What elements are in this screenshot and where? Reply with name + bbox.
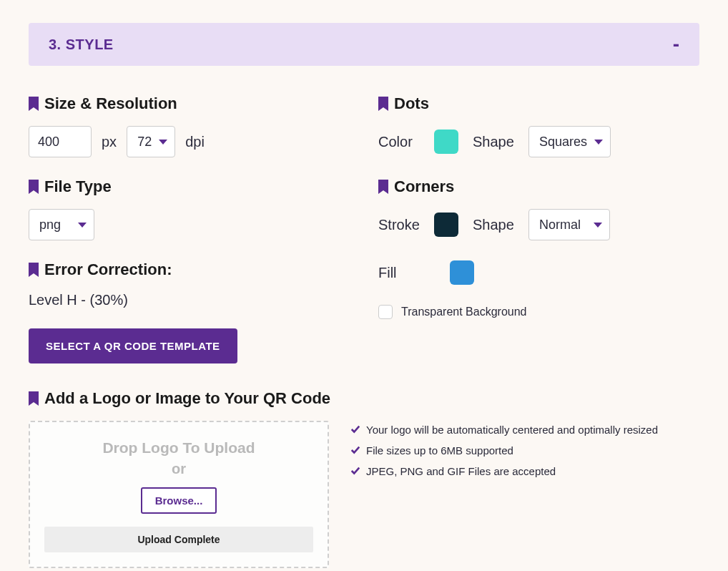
dots-shape-select[interactable]: Squares	[528, 126, 611, 157]
chevron-down-icon	[78, 223, 87, 228]
bookmark-icon	[29, 263, 39, 277]
upload-progress: Upload Complete	[44, 527, 313, 552]
px-label: px	[102, 134, 117, 150]
corners-stroke-label: Stroke	[378, 217, 424, 233]
bookmark-icon	[29, 391, 39, 406]
add-logo-heading: Add a Logo or Image to Your QR Code	[29, 389, 699, 408]
check-icon	[350, 445, 360, 455]
dots-shape-value: Squares	[539, 135, 587, 150]
add-logo-label: Add a Logo or Image to Your QR Code	[44, 389, 330, 408]
dots-color-picker[interactable]	[434, 130, 458, 154]
corners-shape-value: Normal	[539, 218, 581, 233]
logo-dropzone[interactable]: Drop Logo To Upload or Browse... Upload …	[29, 421, 329, 568]
corners-shape-label: Shape	[473, 217, 518, 233]
chevron-down-icon	[594, 140, 603, 145]
error-correction-heading: Error Correction:	[29, 260, 350, 279]
style-accordion-header[interactable]: 3. STYLE -	[29, 23, 699, 66]
dropzone-text: Drop Logo To Upload	[44, 439, 313, 457]
file-type-value: png	[39, 218, 61, 233]
list-item: Your logo will be automatically centered…	[350, 422, 699, 437]
dpi-value: 72	[137, 135, 152, 150]
error-correction-value: Level H - (30%)	[29, 292, 350, 308]
bookmark-icon	[29, 180, 39, 194]
tip-text: File sizes up to 6MB supported	[366, 443, 513, 458]
dropzone-or-text: or	[44, 461, 313, 477]
list-item: File sizes up to 6MB supported	[350, 443, 699, 458]
size-input[interactable]	[29, 126, 92, 157]
dpi-label: dpi	[185, 134, 205, 150]
logo-tips-list: Your logo will be automatically centered…	[350, 421, 699, 568]
size-resolution-heading: Size & Resolution	[29, 94, 350, 113]
select-template-button[interactable]: SELECT A QR CODE TEMPLATE	[29, 328, 237, 363]
chevron-down-icon	[594, 223, 602, 228]
check-icon	[350, 424, 360, 434]
list-item: JPEG, PNG and GIF Files are accepted	[350, 464, 699, 479]
corners-heading: Corners	[378, 177, 699, 196]
transparent-bg-label: Transparent Background	[401, 306, 527, 318]
corners-stroke-color-picker[interactable]	[434, 213, 458, 237]
corners-fill-label: Fill	[378, 265, 424, 281]
dots-shape-label: Shape	[473, 134, 518, 150]
tip-text: Your logo will be automatically centered…	[366, 422, 658, 437]
collapse-icon: -	[673, 33, 679, 56]
error-correction-label: Error Correction:	[44, 260, 172, 279]
dpi-select[interactable]: 72	[127, 126, 175, 157]
transparent-bg-checkbox[interactable]	[378, 305, 393, 319]
bookmark-icon	[378, 97, 388, 111]
dots-heading: Dots	[378, 94, 699, 113]
file-type-heading: File Type	[29, 177, 350, 196]
browse-button[interactable]: Browse...	[141, 487, 217, 514]
corners-fill-color-picker[interactable]	[450, 260, 474, 285]
corners-label: Corners	[394, 177, 454, 196]
dots-label: Dots	[394, 94, 429, 113]
file-type-select[interactable]: png	[29, 209, 94, 240]
file-type-label: File Type	[44, 177, 112, 196]
size-resolution-label: Size & Resolution	[44, 94, 177, 113]
bookmark-icon	[378, 180, 388, 194]
bookmark-icon	[29, 97, 39, 111]
dots-color-label: Color	[378, 134, 424, 150]
tip-text: JPEG, PNG and GIF Files are accepted	[366, 464, 556, 479]
corners-shape-select[interactable]: Normal	[528, 209, 610, 240]
chevron-down-icon	[159, 140, 167, 145]
check-icon	[350, 466, 360, 476]
style-accordion-title: 3. STYLE	[49, 36, 114, 53]
